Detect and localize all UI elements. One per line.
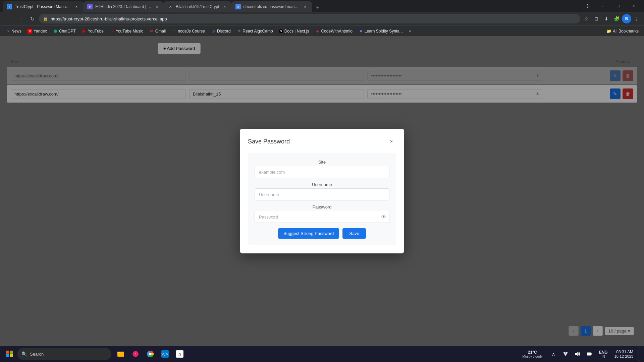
site-input[interactable]	[255, 166, 389, 178]
save-password-button[interactable]: Save	[342, 228, 366, 239]
bookmark-nodejs[interactable]: ⬡ nodeJs Course	[169, 28, 208, 35]
tab-close-github[interactable]: ×	[222, 4, 227, 9]
language-code: ENG	[599, 350, 608, 355]
site-form-group: Site	[255, 160, 389, 178]
svg-marker-24	[575, 352, 578, 356]
close-button[interactable]: ×	[626, 1, 641, 11]
bookmark-favicon-news: G	[5, 29, 10, 34]
new-tab-button[interactable]: +	[313, 3, 323, 12]
taskbar-vscode-button[interactable]: </>	[158, 347, 172, 361]
taskbar-file-explorer-button[interactable]	[114, 347, 127, 361]
tray-show-hidden-button[interactable]: ∧	[548, 349, 559, 359]
tab-github[interactable]: G Bilalshaikh15/TrustCrypt ×	[164, 1, 231, 12]
tab-favicon-trustcrypt: T	[7, 4, 12, 9]
file-explorer-icon	[117, 350, 124, 358]
clock-date: 10-12-2023	[614, 354, 633, 358]
bookmark-news[interactable]: G News	[3, 28, 24, 35]
bookmark-favicon-chatgpt: ⬟	[53, 29, 58, 34]
all-bookmarks-folder[interactable]: 📁 All Bookmarks	[604, 28, 641, 35]
start-button[interactable]	[3, 347, 16, 361]
screen-cast-button[interactable]: ⊡	[592, 14, 601, 23]
bookmark-discord[interactable]: ◎ Discord	[208, 28, 233, 35]
taskbar-search-bar[interactable]: 🔍 Search	[17, 348, 111, 360]
bookmarks-more-button[interactable]: »	[407, 28, 413, 35]
tab-title-google: decentralized password manage...	[244, 4, 300, 9]
bookmark-label-nextjs: Docs | Next.js	[284, 29, 309, 34]
modal-overlay: Save Password × Site Username Password	[0, 36, 644, 346]
show-desktop-button[interactable]	[639, 347, 641, 361]
bookmark-chatgpt[interactable]: ⬟ ChatGPT	[50, 28, 78, 35]
battery-icon[interactable]	[584, 349, 595, 359]
bookmark-label-yandex: Yandex	[34, 29, 47, 34]
tab-google[interactable]: G decentralized password manage... ×	[231, 1, 312, 12]
bookmark-react-algo[interactable]: ⚛ React AlgoCamp	[234, 28, 276, 35]
svg-rect-9	[10, 351, 13, 354]
svg-rect-14	[117, 352, 120, 353]
suggest-password-button[interactable]: Suggest Strong Password	[278, 228, 339, 239]
bookmark-soldity[interactable]: ◆ Learn Soldity Synta...	[356, 28, 406, 35]
title-bar: T TrustCrypt - Password Manager × E ETHI…	[0, 0, 644, 12]
bookmark-label-nodejs: nodeJs Course	[178, 29, 205, 34]
bookmark-favicon-nodejs: ⬡	[172, 29, 176, 34]
modal-close-button[interactable]: ×	[387, 137, 396, 146]
maximize-button[interactable]: □	[610, 1, 626, 11]
restore-window-button[interactable]: ⇕	[583, 1, 592, 11]
bookmark-label-news: News	[11, 29, 21, 34]
tab-close-google[interactable]: ×	[303, 4, 308, 9]
site-label: Site	[255, 160, 389, 165]
bookmark-nextjs[interactable]: N Docs | Next.js	[276, 28, 312, 35]
svg-text:!: !	[135, 352, 136, 356]
svg-text:G: G	[169, 6, 171, 9]
download-button[interactable]: ⬇	[602, 14, 611, 23]
bookmark-star-button[interactable]: ☆	[582, 14, 591, 23]
bookmark-label-youtube-music: YouTube Music	[116, 29, 143, 34]
tab-ethindia[interactable]: E ETHIndia 2023: Dashboard | Dev... ×	[83, 1, 164, 12]
bookmark-label-chatgpt: ChatGPT	[59, 29, 76, 34]
back-button[interactable]: ←	[3, 13, 13, 24]
profile-button[interactable]: B	[622, 14, 631, 23]
clock-widget[interactable]: 08:31 AM 10-12-2023	[612, 350, 636, 358]
chrome-menu-button[interactable]: ⋮	[632, 14, 641, 23]
taskbar-notion-button[interactable]: N	[173, 347, 186, 361]
bookmark-favicon-nextjs: N	[279, 29, 283, 33]
username-input[interactable]	[255, 188, 389, 200]
wifi-icon[interactable]	[560, 349, 571, 359]
tab-close-trustcrypt[interactable]: ×	[74, 4, 79, 9]
bookmark-youtube[interactable]: ▶ YouTube	[79, 28, 106, 35]
bookmark-gmail[interactable]: ✉ Gmail	[147, 28, 168, 35]
password-input[interactable]	[255, 211, 389, 223]
volume-icon[interactable]	[572, 349, 583, 359]
weather-widget[interactable]: 21°C Mostly cloudy	[520, 350, 545, 358]
url-bar[interactable]: 🔒 https://trust-crypt-28lceshru-bilal-sh…	[39, 14, 580, 23]
volume-speaker-icon	[575, 352, 580, 356]
minimize-button[interactable]: ─	[595, 1, 610, 11]
address-actions: ☆ ⊡ ⬇ 🧩 B ⋮	[582, 14, 641, 23]
modal-title: Save Password	[248, 138, 290, 145]
modal-body: Site Username Password 👁	[248, 153, 396, 245]
bookmark-favicon-codewithantonio: ◈	[315, 29, 320, 34]
taskbar-notifications-button[interactable]: !	[129, 347, 142, 361]
password-form-group: Password 👁	[255, 204, 389, 223]
bookmark-youtube-music[interactable]: ♪ YouTube Music	[107, 28, 146, 35]
reload-button[interactable]: ↻	[27, 13, 38, 24]
bookmark-yandex[interactable]: Я Yandex	[25, 28, 50, 35]
region-code: IN	[602, 355, 605, 358]
forward-button[interactable]: →	[15, 13, 25, 24]
folder-icon: 📁	[606, 29, 611, 34]
password-visibility-icon[interactable]: 👁	[381, 214, 386, 220]
bookmark-codewithantonio[interactable]: ◈ CodeWithAntonio	[312, 28, 355, 35]
language-indicator[interactable]: ENG IN	[598, 350, 609, 358]
svg-rect-13	[117, 352, 124, 357]
notion-icon: N	[176, 350, 183, 358]
tab-close-ethindia[interactable]: ×	[154, 4, 160, 9]
modal-actions: Suggest Strong Password Save	[255, 228, 389, 239]
svg-text:E: E	[89, 6, 91, 9]
search-icon: 🔍	[21, 351, 27, 357]
svg-text:T: T	[9, 6, 10, 9]
bookmark-label-soldity: Learn Soldity Synta...	[365, 29, 403, 34]
tab-trustcrypt[interactable]: T TrustCrypt - Password Manager ×	[3, 1, 83, 12]
taskbar: 🔍 Search !	[0, 346, 644, 362]
taskbar-chrome-button[interactable]	[144, 347, 157, 361]
title-bar-extra: ⇕	[583, 1, 592, 11]
extensions-button[interactable]: 🧩	[612, 14, 621, 23]
